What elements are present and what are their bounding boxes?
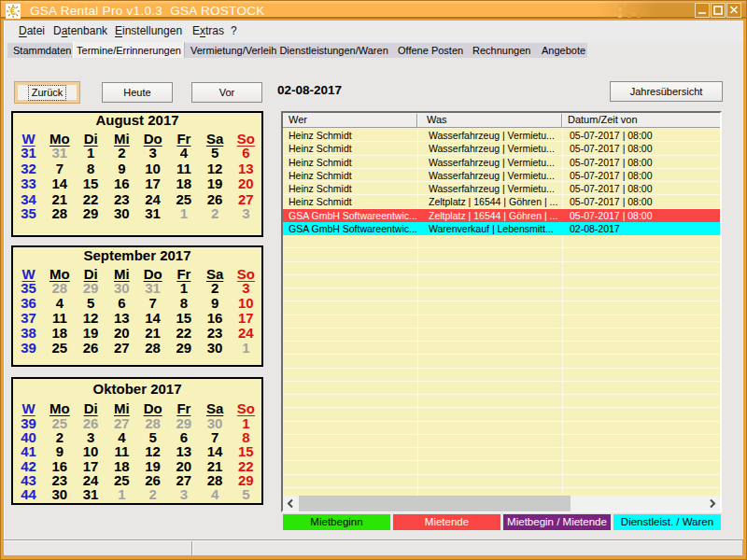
svg-text:€: € [10, 5, 17, 18]
